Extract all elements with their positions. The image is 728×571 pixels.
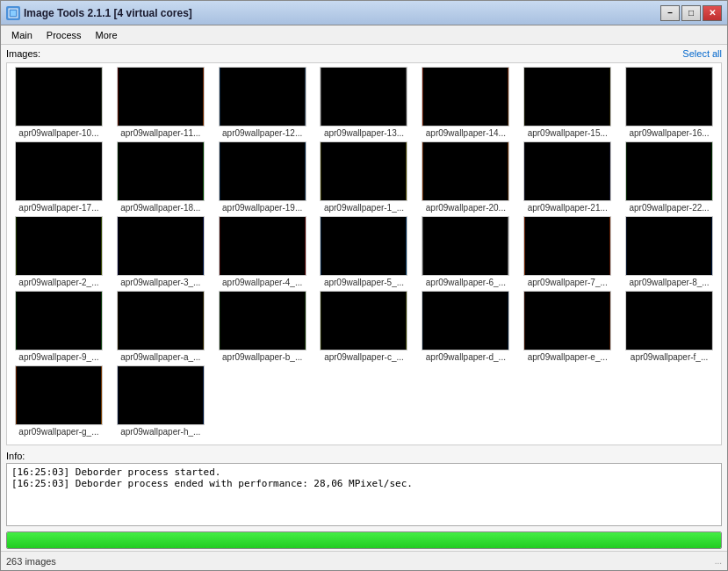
image-name: apr09wallpaper-c_... (324, 352, 404, 362)
list-item[interactable]: apr09wallpaper-21... (519, 141, 616, 213)
image-thumbnail (320, 141, 407, 201)
image-name: apr09wallpaper-5_... (324, 278, 404, 287)
list-item[interactable]: apr09wallpaper-d_... (417, 291, 514, 362)
list-item[interactable]: apr09wallpaper-20... (417, 141, 514, 213)
list-item[interactable]: apr09wallpaper-2_... (11, 216, 107, 287)
window-controls: – □ ✕ (660, 5, 722, 21)
image-thumbnail (219, 67, 306, 126)
image-name: apr09wallpaper-b_... (222, 352, 302, 362)
list-item[interactable]: apr09wallpaper-5_... (316, 216, 413, 287)
list-item[interactable]: apr09wallpaper-g_... (11, 365, 107, 437)
image-thumbnail (625, 141, 713, 201)
list-item[interactable]: apr09wallpaper-22... (621, 141, 717, 213)
list-item[interactable]: apr09wallpaper-3_... (112, 216, 209, 287)
list-item[interactable]: apr09wallpaper-f_... (621, 291, 717, 362)
images-header: Images: Select all (6, 48, 722, 59)
info-line: [16:25:03] Deborder process started. (11, 466, 717, 478)
list-item[interactable]: apr09wallpaper-13... (316, 67, 413, 138)
select-all-link[interactable]: Select all (682, 48, 722, 59)
list-item[interactable]: apr09wallpaper-6_... (417, 216, 514, 287)
image-thumbnail (320, 216, 407, 276)
image-name: apr09wallpaper-e_... (528, 352, 608, 362)
image-thumbnail (625, 67, 713, 126)
svg-rect-4 (220, 68, 305, 126)
image-name: apr09wallpaper-18... (120, 203, 200, 213)
image-name: apr09wallpaper-4_... (222, 278, 302, 287)
list-item[interactable]: apr09wallpaper-12... (214, 67, 311, 138)
list-item[interactable]: apr09wallpaper-19... (214, 141, 311, 213)
list-item[interactable]: apr09wallpaper-9_... (11, 291, 107, 362)
list-item[interactable]: apr09wallpaper-a_... (112, 291, 209, 362)
list-item[interactable]: apr09wallpaper-b_... (214, 291, 311, 362)
image-thumbnail (15, 141, 103, 201)
svg-rect-25 (220, 292, 305, 350)
close-button[interactable]: ✕ (703, 5, 722, 21)
svg-rect-7 (525, 68, 610, 126)
list-item[interactable]: apr09wallpaper-10... (11, 67, 107, 138)
progress-bar-container (6, 531, 722, 549)
image-thumbnail (625, 291, 713, 351)
svg-rect-21 (525, 217, 610, 275)
image-name: apr09wallpaper-7_... (528, 278, 608, 287)
svg-rect-31 (118, 366, 203, 424)
svg-rect-27 (423, 292, 508, 350)
list-item[interactable]: apr09wallpaper-c_... (316, 291, 413, 362)
list-item[interactable]: apr09wallpaper-18... (112, 141, 209, 213)
image-name: apr09wallpaper-3_... (120, 278, 200, 287)
info-section: Info: [16:25:03] Deborder process starte… (1, 447, 727, 528)
svg-rect-22 (627, 217, 712, 275)
svg-rect-26 (321, 292, 407, 350)
info-label: Info: (6, 451, 722, 461)
list-item[interactable]: apr09wallpaper-8_... (621, 216, 717, 287)
image-thumbnail (15, 67, 103, 126)
minimize-button[interactable]: – (660, 5, 680, 21)
image-thumbnail (15, 365, 103, 425)
image-name: apr09wallpaper-6_... (426, 278, 506, 287)
image-thumbnail (15, 216, 103, 276)
list-item[interactable]: apr09wallpaper-17... (11, 141, 107, 213)
svg-rect-6 (423, 68, 508, 126)
svg-rect-19 (321, 217, 407, 275)
list-item[interactable]: apr09wallpaper-1_... (316, 141, 413, 213)
list-item[interactable]: apr09wallpaper-h_... (112, 365, 209, 437)
image-name: apr09wallpaper-19... (222, 203, 302, 213)
menu-main[interactable]: Main (4, 28, 40, 42)
menu-process[interactable]: Process (40, 28, 89, 42)
list-item[interactable]: apr09wallpaper-15... (519, 67, 616, 138)
svg-rect-20 (423, 217, 508, 275)
main-window: Image Tools 2.1.1 [4 virtual cores] – □ … (0, 0, 728, 571)
image-name: apr09wallpaper-21... (528, 203, 608, 213)
svg-rect-9 (16, 142, 101, 200)
image-name: apr09wallpaper-20... (426, 203, 506, 213)
image-name: apr09wallpaper-1_... (324, 203, 404, 213)
list-item[interactable]: apr09wallpaper-14... (417, 67, 514, 138)
status-bar: 263 images ... (1, 551, 727, 570)
image-name: apr09wallpaper-15... (528, 128, 608, 138)
svg-rect-29 (627, 292, 712, 350)
image-thumbnail (422, 67, 509, 126)
svg-rect-16 (16, 217, 101, 275)
maximize-button[interactable]: □ (681, 5, 701, 21)
list-item[interactable]: apr09wallpaper-7_... (519, 216, 616, 287)
info-box: [16:25:03] Deborder process started.[16:… (6, 463, 722, 526)
image-name: apr09wallpaper-9_... (18, 352, 98, 362)
image-thumbnail (523, 67, 611, 126)
svg-rect-14 (525, 142, 610, 200)
svg-rect-8 (627, 68, 712, 126)
svg-rect-28 (525, 292, 610, 350)
list-item[interactable]: apr09wallpaper-e_... (519, 291, 616, 362)
svg-rect-2 (16, 68, 101, 126)
image-thumbnail (117, 365, 205, 425)
images-section: Images: Select all apr09wallpaper-10... … (1, 45, 727, 447)
image-thumbnail (523, 141, 611, 201)
image-name: apr09wallpaper-14... (426, 128, 506, 138)
list-item[interactable]: apr09wallpaper-16... (621, 67, 717, 138)
list-item[interactable]: apr09wallpaper-11... (112, 67, 209, 138)
list-item[interactable]: apr09wallpaper-4_... (214, 216, 311, 287)
image-thumbnail (422, 291, 509, 351)
image-name: apr09wallpaper-13... (324, 128, 404, 138)
image-name: apr09wallpaper-a_... (120, 352, 200, 362)
title-bar: Image Tools 2.1.1 [4 virtual cores] – □ … (1, 1, 727, 25)
menu-more[interactable]: More (89, 28, 125, 42)
images-grid-container[interactable]: apr09wallpaper-10... apr09wallpaper-11..… (6, 62, 722, 445)
